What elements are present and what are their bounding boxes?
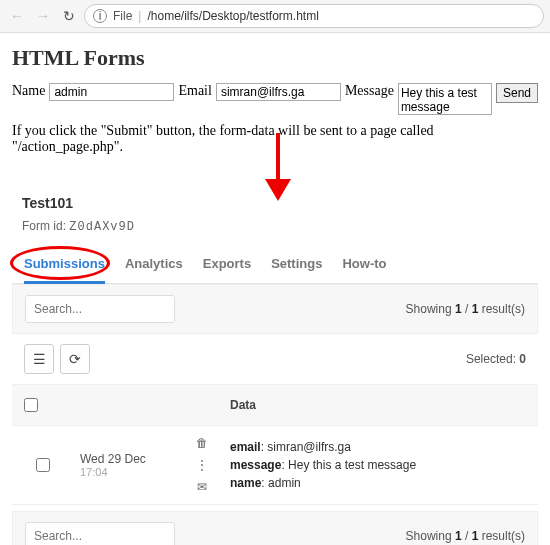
table-row[interactable]: Wed 29 Dec 17:04 🗑 ⋮ ✉ email: simran@ilf… <box>12 426 538 505</box>
list-view-button[interactable]: ☰ <box>24 344 54 374</box>
row-date: Wed 29 Dec <box>80 452 146 466</box>
showing-suffix: result(s) <box>478 302 525 316</box>
name-input[interactable] <box>49 83 174 101</box>
tab-bar: Submissions Analytics Exports Settings H… <box>12 248 538 284</box>
showing-count-b: 1 <box>455 529 462 543</box>
showing-sep: / <box>462 302 472 316</box>
info-icon: i <box>93 9 107 23</box>
data-val-name: admin <box>268 476 301 490</box>
col-checkbox <box>12 385 72 426</box>
select-all-checkbox[interactable] <box>24 398 38 412</box>
tab-settings[interactable]: Settings <box>271 248 322 283</box>
browser-toolbar: ← → ↻ i File | /home/ilfs/Desktop/testfo… <box>0 0 550 33</box>
data-key-email: email <box>230 440 261 454</box>
col-actions <box>182 385 222 426</box>
trash-icon[interactable]: 🗑 <box>196 437 208 449</box>
forward-button[interactable]: → <box>32 5 54 27</box>
url-path: /home/ilfs/Desktop/testform.html <box>147 9 318 23</box>
name-label: Name <box>12 83 45 99</box>
tab-analytics[interactable]: Analytics <box>125 248 183 283</box>
row-time: 17:04 <box>80 466 174 478</box>
page-title: HTML Forms <box>12 45 538 71</box>
results-count-bottom: Showing 1 / 1 result(s) <box>406 529 525 543</box>
form-hint-text: If you click the "Submit" button, the fo… <box>12 123 538 155</box>
data-key-name: name <box>230 476 261 490</box>
address-bar[interactable]: i File | /home/ilfs/Desktop/testform.htm… <box>84 4 544 28</box>
mail-icon[interactable]: ✉ <box>197 481 207 493</box>
form-name: Test101 <box>22 195 528 211</box>
tab-exports[interactable]: Exports <box>203 248 251 283</box>
email-input[interactable] <box>216 83 341 101</box>
showing-prefix: Showing <box>406 302 455 316</box>
email-label: Email <box>178 83 211 99</box>
data-val-email: simran@ilfrs.ga <box>267 440 351 454</box>
showing-suffix-b: result(s) <box>478 529 525 543</box>
col-data: Data <box>222 385 538 426</box>
reload-button[interactable]: ↻ <box>58 5 80 27</box>
showing-prefix-b: Showing <box>406 529 455 543</box>
url-separator: | <box>138 9 141 23</box>
form-id-line: Form id: Z0dAXv9D <box>22 219 528 234</box>
showing-sep-b: / <box>462 529 472 543</box>
results-count-top: Showing 1 / 1 result(s) <box>406 302 525 316</box>
row-data: email: simran@ilfrs.ga message: Hey this… <box>222 426 538 505</box>
row-timestamp: Wed 29 Dec 17:04 <box>72 426 182 505</box>
form-id-label: Form id: <box>22 219 66 233</box>
selected-label: Selected: <box>466 352 519 366</box>
selection-toolbar: ☰ ⟳ Selected: 0 <box>12 334 538 384</box>
search-input-bottom[interactable] <box>25 522 175 545</box>
data-val-message: Hey this a test message <box>288 458 416 472</box>
form-id-value: Z0dAXv9D <box>69 220 135 234</box>
refresh-button[interactable]: ⟳ <box>60 344 90 374</box>
showing-count: 1 <box>455 302 462 316</box>
selected-count: Selected: 0 <box>466 352 526 366</box>
data-key-message: message <box>230 458 281 472</box>
refresh-icon: ⟳ <box>69 351 81 367</box>
submissions-table: Data Wed 29 Dec 17:04 🗑 ⋮ ✉ <box>12 384 538 505</box>
search-bar-top: Showing 1 / 1 result(s) <box>12 284 538 334</box>
message-label: Message <box>345 83 394 99</box>
search-bar-bottom: Showing 1 / 1 result(s) <box>12 511 538 545</box>
url-scheme: File <box>113 9 132 23</box>
row-checkbox[interactable] <box>36 458 50 472</box>
tab-submissions[interactable]: Submissions <box>24 248 105 284</box>
list-icon: ☰ <box>33 351 46 367</box>
html-form: Name Email Message Hey this a test messa… <box>12 83 538 115</box>
search-input[interactable] <box>25 295 175 323</box>
more-icon[interactable]: ⋮ <box>196 459 208 471</box>
message-input[interactable]: Hey this a test message <box>398 83 492 115</box>
col-timestamp <box>72 385 182 426</box>
selected-value: 0 <box>519 352 526 366</box>
back-button[interactable]: ← <box>6 5 28 27</box>
tab-howto[interactable]: How-to <box>342 248 386 283</box>
submissions-panel: Test101 Form id: Z0dAXv9D Submissions An… <box>12 191 538 545</box>
send-button[interactable]: Send <box>496 83 538 103</box>
